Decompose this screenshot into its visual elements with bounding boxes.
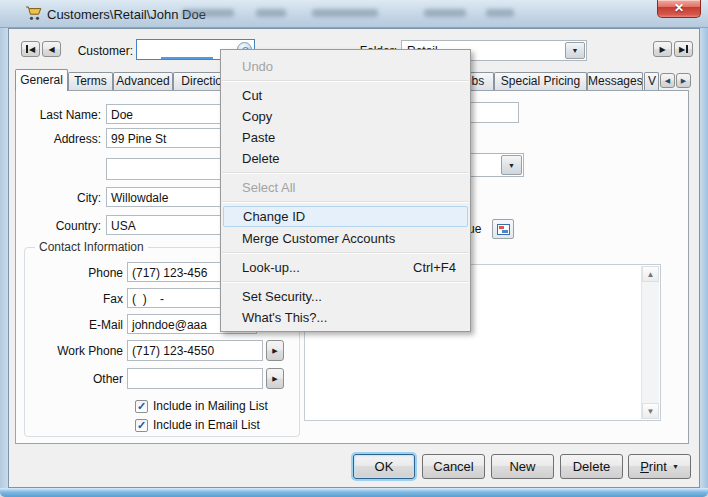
mailing-list-checkbox[interactable]: ✓: [135, 400, 148, 413]
delete-button[interactable]: Delete: [560, 454, 623, 479]
customer-id-selected-text: DOEJOH: [161, 57, 213, 60]
print-button-label: Print: [640, 459, 667, 474]
tab-cut-off[interactable]: V: [644, 72, 659, 90]
mailing-list-label: Include in Mailing List: [153, 399, 268, 413]
window-frame-right: [700, 28, 708, 488]
menu-item-whats-this[interactable]: What's This?...: [221, 307, 470, 328]
first-record-icon: ◀: [26, 45, 35, 54]
last-name-label: Last Name:: [16, 108, 101, 122]
next-record-button[interactable]: ▶: [653, 41, 672, 57]
work-phone-label: Work Phone: [33, 344, 123, 358]
phone-label: Phone: [33, 266, 123, 280]
email-list-label: Include in Email List: [153, 418, 260, 432]
background-menu-blur: [182, 9, 234, 17]
background-menu-blur: [486, 9, 514, 17]
menu-item-merge-customer-accounts[interactable]: Merge Customer Accounts: [221, 228, 470, 249]
chevron-down-icon[interactable]: ▼: [501, 155, 522, 175]
app-window: Customers\Retail\John Doe ✕ ◀ ◀ Customer…: [0, 0, 708, 497]
window-frame-bottom: [0, 488, 708, 497]
menu-item-copy[interactable]: Copy: [221, 106, 470, 127]
menu-item-undo[interactable]: Undo: [221, 56, 470, 77]
close-icon: ✕: [674, 1, 684, 15]
next-record-icon: ▶: [659, 45, 665, 54]
email-label: E-Mail: [33, 318, 123, 332]
tab-scroll-right-icon: ▶: [681, 77, 686, 85]
menu-item-change-id[interactable]: Change ID: [223, 206, 468, 227]
check-icon: ✓: [137, 420, 146, 431]
notes-scrollbar[interactable]: ▲ ▼: [641, 266, 659, 419]
menu-item-look-up-label: Look-up...: [242, 260, 300, 275]
scroll-up-button[interactable]: ▲: [642, 266, 659, 282]
client-area: ◀ ◀ Customer: DOEJOH Folder: Retail ▼ ▶ …: [8, 28, 700, 488]
tab-scroll-left-button[interactable]: ◀: [660, 73, 675, 88]
ok-button-label: OK: [375, 459, 394, 474]
contact-information-legend: Contact Information: [35, 240, 148, 254]
email-list-checkbox-row: ✓ Include in Email List: [135, 418, 260, 432]
tab-scroll-right-button[interactable]: ▶: [676, 73, 691, 88]
close-button[interactable]: ✕: [657, 0, 701, 18]
scroll-up-icon: ▲: [647, 270, 655, 279]
delete-button-label: Delete: [573, 459, 611, 474]
tab-special-pricing[interactable]: Special Pricing: [494, 72, 587, 90]
print-dropdown-icon: ▼: [672, 463, 679, 470]
last-name-input[interactable]: Doe: [106, 104, 236, 124]
tab-terms[interactable]: Terms: [68, 72, 113, 90]
menu-separator: [222, 281, 469, 283]
country-label: Country:: [16, 219, 101, 233]
cancel-button-label: Cancel: [433, 459, 473, 474]
other-label: Other: [33, 372, 123, 386]
window-frame-left: [0, 28, 8, 488]
background-menu-blur: [256, 9, 286, 17]
calendar-button[interactable]: [492, 219, 514, 239]
new-button-label: New: [509, 459, 535, 474]
tab-general[interactable]: General: [15, 69, 68, 91]
check-icon: ✓: [137, 401, 146, 412]
menu-separator: [222, 80, 469, 82]
scroll-down-icon: ▼: [647, 407, 655, 416]
menu-separator: [222, 201, 469, 203]
email-list-checkbox[interactable]: ✓: [135, 419, 148, 432]
menu-item-cut[interactable]: Cut: [221, 85, 470, 106]
shopping-cart-icon: [25, 6, 43, 25]
print-button[interactable]: Print ▼: [628, 454, 691, 479]
menu-shortcut: Ctrl+F4: [413, 257, 456, 278]
other-action-button[interactable]: ▶: [266, 368, 284, 389]
menu-separator: [222, 252, 469, 254]
scroll-down-button[interactable]: ▼: [642, 403, 659, 419]
tab-advanced[interactable]: Advanced: [113, 72, 173, 90]
context-menu: Undo Cut Copy Paste Delete Select All Ch…: [220, 49, 471, 332]
new-button[interactable]: New: [491, 454, 554, 479]
last-record-icon: ▶: [679, 45, 688, 54]
work-phone-input[interactable]: (717) 123-4550: [127, 340, 263, 361]
first-record-button[interactable]: ◀: [21, 41, 40, 57]
menu-separator: [222, 172, 469, 174]
background-menu-blur: [312, 9, 378, 17]
menu-item-select-all[interactable]: Select All: [221, 177, 470, 198]
menu-item-paste[interactable]: Paste: [221, 127, 470, 148]
title-bar: Customers\Retail\John Doe: [0, 0, 708, 28]
background-menu-blur: [424, 9, 466, 17]
last-record-button[interactable]: ▶: [674, 41, 693, 57]
tab-scroll-left-icon: ◀: [665, 77, 670, 85]
mailing-list-checkbox-row: ✓ Include in Mailing List: [135, 399, 268, 413]
address-line1-input[interactable]: 99 Pine St: [106, 128, 236, 148]
customer-label: Customer:: [49, 44, 133, 58]
menu-item-set-security[interactable]: Set Security...: [221, 286, 470, 307]
country-input[interactable]: USA: [106, 215, 236, 235]
other-input[interactable]: [127, 368, 263, 389]
right-arrow-icon: ▶: [272, 375, 277, 383]
fax-label: Fax: [33, 292, 123, 306]
chevron-down-icon[interactable]: ▼: [565, 42, 585, 59]
ok-button[interactable]: OK: [353, 454, 415, 479]
menu-item-delete[interactable]: Delete: [221, 148, 470, 169]
city-label: City:: [16, 191, 101, 205]
right-arrow-icon: ▶: [272, 347, 277, 355]
address-line2-input[interactable]: [106, 158, 236, 180]
cancel-button[interactable]: Cancel: [422, 454, 485, 479]
calendar-icon: [497, 224, 510, 235]
menu-item-look-up[interactable]: Ctrl+F4 Look-up...: [221, 257, 470, 278]
work-phone-action-button[interactable]: ▶: [266, 340, 284, 361]
tab-messages[interactable]: Messages: [587, 72, 643, 90]
address-label: Address:: [16, 132, 101, 146]
city-input[interactable]: Willowdale: [106, 187, 236, 207]
